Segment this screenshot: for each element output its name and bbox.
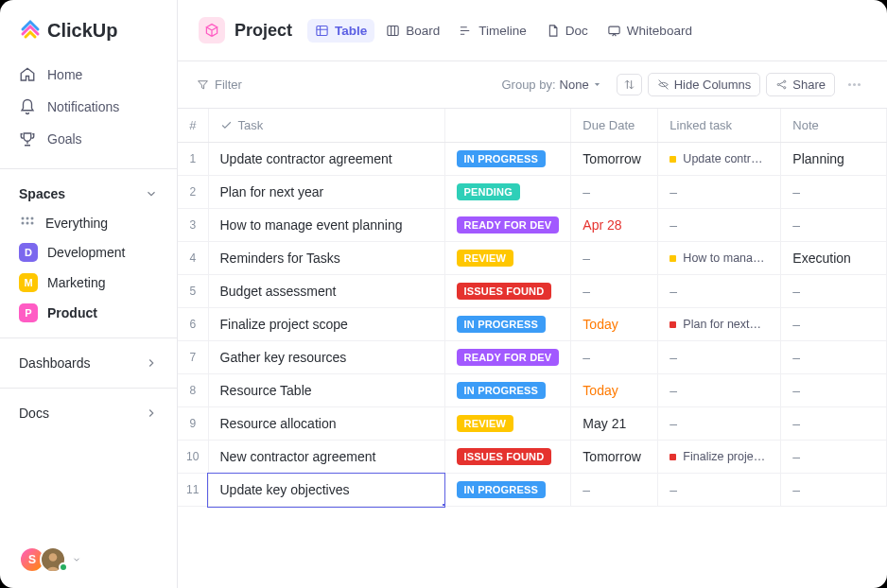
table-row[interactable]: 11 Update key objectives IN PROGRESS – –… (178, 474, 887, 507)
view-tab-timeline[interactable]: Timeline (451, 19, 534, 43)
status-cell[interactable]: IN PROGRESS (444, 308, 571, 341)
task-name-cell[interactable]: New contractor agreement (208, 441, 444, 474)
table-row[interactable]: 10 New contractor agreement ISSUES FOUND… (178, 441, 887, 474)
due-date-cell[interactable]: Tomorrow (571, 441, 658, 474)
note-cell[interactable]: – (781, 441, 887, 474)
filter-button[interactable]: Filter (197, 78, 242, 92)
status-cell[interactable]: REVIEW (444, 242, 571, 275)
col-linked-task[interactable]: Linked task (658, 109, 781, 143)
due-date-cell[interactable]: Apr 28 (571, 209, 658, 242)
docs-link[interactable]: Docs (0, 398, 177, 428)
linked-task-cell[interactable]: Finalize proje… (658, 441, 781, 474)
nav-label: Notifications (47, 99, 119, 114)
spaces-header[interactable]: Spaces (0, 179, 177, 209)
space-item-development[interactable]: DDevelopment (0, 237, 177, 268)
space-item-product[interactable]: PProduct (0, 298, 177, 328)
main-content: Project TableBoardTimelineDocWhiteboard … (178, 0, 887, 588)
due-date-cell[interactable]: – (571, 242, 658, 275)
status-cell[interactable]: IN PROGRESS (444, 474, 571, 507)
hide-columns-button[interactable]: Hide Columns (648, 73, 761, 96)
due-date-cell[interactable]: – (571, 341, 658, 374)
task-name-cell[interactable]: How to manage event planning (208, 209, 444, 242)
table-row[interactable]: 6 Finalize project scope IN PROGRESS Tod… (178, 308, 887, 341)
note-cell[interactable]: – (781, 209, 887, 242)
task-name-cell[interactable]: Plan for next year (208, 176, 444, 209)
view-tab-doc[interactable]: Doc (538, 19, 596, 43)
status-cell[interactable]: ISSUES FOUND (444, 275, 571, 308)
more-button[interactable] (841, 79, 868, 90)
linked-task-cell[interactable]: – (658, 341, 781, 374)
col-note[interactable]: Note (781, 109, 887, 143)
note-cell[interactable]: – (781, 474, 887, 507)
note-cell[interactable]: Planning (781, 143, 887, 176)
status-cell[interactable]: IN PROGRESS (444, 143, 571, 176)
sort-button[interactable] (617, 74, 642, 95)
due-date-cell[interactable]: May 21 (571, 407, 658, 441)
table-row[interactable]: 7 Gather key resources READY FOR DEV – –… (178, 341, 887, 374)
due-date-cell[interactable]: – (571, 275, 658, 308)
col-status[interactable] (444, 109, 571, 143)
col-task[interactable]: Task (208, 109, 444, 143)
nav-notifications[interactable]: Notifications (11, 91, 165, 123)
task-name-cell[interactable]: Reminders for Tasks (208, 242, 444, 275)
due-date-cell[interactable]: – (571, 474, 658, 507)
linked-task-cell[interactable]: Plan for next… (658, 308, 781, 341)
due-date-cell[interactable]: Today (571, 308, 658, 341)
status-badge: READY FOR DEV (457, 216, 560, 233)
view-tab-whiteboard[interactable]: Whiteboard (600, 19, 700, 43)
linked-task-cell[interactable]: – (658, 275, 781, 308)
nav-home[interactable]: Home (11, 59, 165, 91)
status-cell[interactable]: READY FOR DEV (444, 209, 571, 242)
task-name-cell[interactable]: Finalize project scope (208, 308, 444, 341)
status-cell[interactable]: PENDING (444, 176, 571, 209)
table-row[interactable]: 3 How to manage event planning READY FOR… (178, 209, 887, 242)
status-cell[interactable]: ISSUES FOUND (444, 441, 571, 474)
note-cell[interactable]: – (781, 374, 887, 407)
group-by-dropdown[interactable]: Group by: None (501, 78, 600, 92)
table-row[interactable]: 8 Resource Table IN PROGRESS Today – – (178, 374, 887, 407)
dashboards-link[interactable]: Dashboards (0, 348, 177, 378)
user-footer[interactable]: S (0, 531, 177, 588)
table-row[interactable]: 5 Budget assessment ISSUES FOUND – – – (178, 275, 887, 308)
table-row[interactable]: 1 Update contractor agreement IN PROGRES… (178, 143, 887, 176)
share-button[interactable]: Share (766, 73, 835, 96)
linked-task-cell[interactable]: How to mana… (658, 242, 781, 275)
col-due-date[interactable]: Due Date (571, 109, 658, 143)
task-name-cell[interactable]: Resource allocation (208, 407, 444, 441)
logo[interactable]: ClickUp (0, 0, 177, 55)
box-icon (204, 23, 219, 38)
due-date-cell[interactable]: Tomorrow (571, 143, 658, 176)
table-row[interactable]: 4 Reminders for Tasks REVIEW – How to ma… (178, 242, 887, 275)
note-cell[interactable]: – (781, 308, 887, 341)
linked-task-cell[interactable]: – (658, 474, 781, 507)
table-row[interactable]: 9 Resource allocation REVIEW May 21 – – (178, 407, 887, 441)
task-name-cell[interactable]: Budget assessment (208, 275, 444, 308)
linked-task-cell[interactable]: – (658, 407, 781, 441)
note-cell[interactable]: Execution (781, 242, 887, 275)
due-date-cell[interactable]: – (571, 176, 658, 209)
status-cell[interactable]: READY FOR DEV (444, 341, 571, 374)
view-tab-board[interactable]: Board (378, 19, 447, 43)
note-cell[interactable]: – (781, 341, 887, 374)
linked-task-cell[interactable]: – (658, 176, 781, 209)
linked-task-cell[interactable]: – (658, 374, 781, 407)
status-cell[interactable]: REVIEW (444, 407, 571, 441)
note-cell[interactable]: – (781, 407, 887, 441)
note-cell[interactable]: – (781, 275, 887, 308)
col-number[interactable]: # (178, 109, 208, 143)
linked-task-cell[interactable]: Update contr… (658, 143, 781, 176)
task-name-cell[interactable]: Update contractor agreement (208, 143, 444, 176)
linked-task-cell[interactable]: – (658, 209, 781, 242)
chevron-right-icon (145, 406, 158, 420)
task-name-cell[interactable]: Update key objectives (208, 474, 444, 507)
due-date-cell[interactable]: Today (571, 374, 658, 407)
note-cell[interactable]: – (781, 176, 887, 209)
view-tab-table[interactable]: Table (307, 19, 374, 43)
nav-goals[interactable]: Goals (11, 123, 165, 155)
task-name-cell[interactable]: Gather key resources (208, 341, 444, 374)
space-everything[interactable]: Everything (0, 209, 177, 237)
task-name-cell[interactable]: Resource Table (208, 374, 444, 407)
space-item-marketing[interactable]: MMarketing (0, 268, 177, 298)
table-row[interactable]: 2 Plan for next year PENDING – – – (178, 176, 887, 209)
status-cell[interactable]: IN PROGRESS (444, 374, 571, 407)
